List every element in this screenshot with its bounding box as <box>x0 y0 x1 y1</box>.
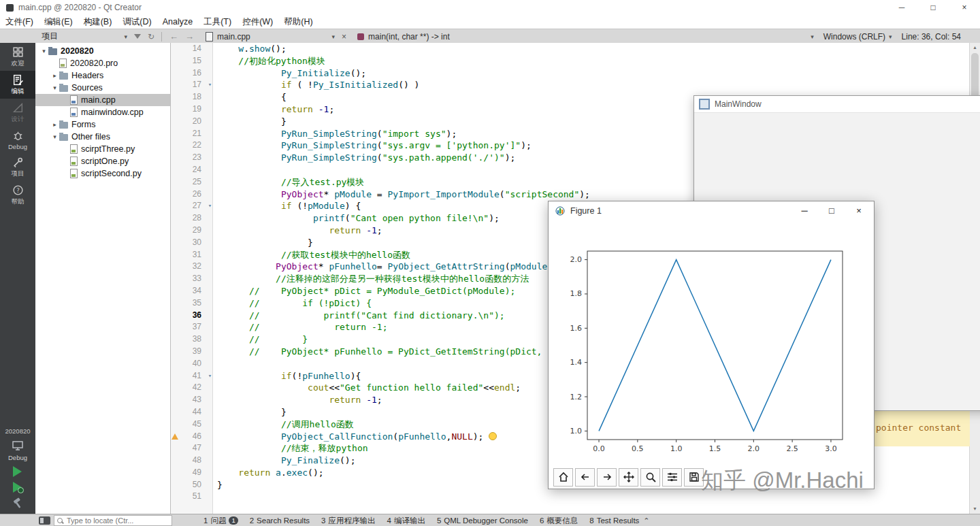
debug-run-button[interactable] <box>13 482 22 493</box>
tree-item-2020820-pro[interactable]: 2020820.pro <box>35 57 170 69</box>
code-line-14[interactable]: 14 w.show(); <box>170 43 980 55</box>
py-file-icon <box>70 169 78 178</box>
locator[interactable] <box>54 515 172 526</box>
code-text: PyObject* pFunhello= PyObject_GetAttrStr… <box>215 261 601 273</box>
chevron-right-icon[interactable]: ▸ <box>50 72 59 79</box>
output-pane-button-4[interactable]: 4编译输出 <box>387 516 425 526</box>
line-marker <box>170 212 180 225</box>
tree-item-scriptone-py[interactable]: scriptOne.py <box>35 155 170 167</box>
figure-title-bar[interactable]: Figure 1 ─ □ × <box>549 201 874 220</box>
edit-icon <box>12 74 24 86</box>
back-icon[interactable] <box>575 468 595 487</box>
line-marker <box>170 467 180 479</box>
maximize-button[interactable]: □ <box>818 201 845 220</box>
minimize-button[interactable]: ─ <box>886 0 917 15</box>
mode-item-debug[interactable]: Debug <box>0 127 35 153</box>
fold-space <box>205 467 215 479</box>
zoom-icon[interactable] <box>640 468 660 487</box>
subplots-icon[interactable] <box>662 468 682 487</box>
tree-item-scriptsecond-py[interactable]: scriptSecond.py <box>35 167 170 180</box>
sidebar-toggle-icon[interactable] <box>39 516 50 525</box>
matplotlib-icon <box>555 206 565 216</box>
menu-item[interactable]: 工具(T) <box>198 16 237 28</box>
filter-icon[interactable] <box>134 34 141 39</box>
mode-sidebar: 欢迎编辑设计Debug项目?帮助 2020820 Debug <box>0 43 35 514</box>
minimize-button[interactable]: ─ <box>791 201 818 220</box>
mode-item-welcome[interactable]: 欢迎 <box>0 43 35 71</box>
maximize-button[interactable]: □ <box>917 0 949 15</box>
scroll-down-icon[interactable]: ▾ <box>970 504 980 514</box>
encoding-selector[interactable]: Windows (CRLF) ▾ <box>823 31 892 42</box>
symbol-selector[interactable]: main(int, char **) -> int <box>357 31 450 42</box>
tree-item-scirptthree-py[interactable]: scirptThree.py <box>35 143 170 155</box>
build-button[interactable] <box>12 497 24 510</box>
code-line-16[interactable]: 16 Py_Initialize(); <box>170 67 980 80</box>
open-file-selector[interactable]: main.cpp ▾ <box>203 31 338 42</box>
mode-item-projects[interactable]: 项目 <box>0 153 35 181</box>
run-button[interactable] <box>13 466 22 477</box>
back-icon[interactable]: ← <box>169 31 178 42</box>
close-file-icon[interactable]: × <box>342 32 346 42</box>
mode-item-help[interactable]: ?帮助 <box>0 181 35 209</box>
locator-input[interactable] <box>65 516 163 525</box>
menu-item[interactable]: 调试(D) <box>117 16 157 28</box>
output-pane-button-5[interactable]: 5QML Debugger Console <box>437 516 528 525</box>
home-icon[interactable] <box>553 468 573 487</box>
chevron-down-icon[interactable]: ▾ <box>50 84 59 91</box>
menu-item[interactable]: 控件(W) <box>237 16 278 28</box>
tree-item-mainwindow-cpp[interactable]: mainwindow.cpp <box>35 106 170 118</box>
kit-selector-button[interactable]: Debug <box>8 440 27 461</box>
line-number: 17 <box>180 79 205 91</box>
close-button[interactable]: × <box>949 0 980 15</box>
fold-space <box>205 212 215 225</box>
tree-item-forms[interactable]: ▸Forms <box>35 118 170 131</box>
figure-window[interactable]: Figure 1 ─ □ × 0.00.51.01.52.02.53.01.01… <box>548 201 875 489</box>
menu-item[interactable]: 帮助(H) <box>278 16 318 28</box>
menu-item[interactable]: 构建(B) <box>78 16 118 28</box>
code-line-15[interactable]: 15 //初始化python模块 <box>170 55 980 67</box>
fold-icon[interactable]: ▾ <box>205 200 215 212</box>
qt-creator-window: main.cpp @ 2020820 - Qt Creator ─ □ × 文件… <box>0 0 980 526</box>
chevron-up-icon[interactable]: ⌃ <box>643 516 649 525</box>
output-pane-button-2[interactable]: 2Search Results <box>250 516 310 525</box>
code-text: PyObject_CallFunction(pFunhello,NULL); <box>215 431 497 443</box>
scroll-up-icon[interactable]: ▴ <box>970 43 980 52</box>
line-marker <box>170 358 180 370</box>
menu-item[interactable]: 编辑(E) <box>39 16 78 28</box>
menu-item[interactable]: Analyze <box>157 17 198 27</box>
fold-icon[interactable]: ▾ <box>205 370 215 382</box>
open-file-name: main.cpp <box>217 32 250 42</box>
output-pane-button-3[interactable]: 3应用程序输出 <box>321 516 375 526</box>
code-line-17[interactable]: 17▾ if ( !Py_IsInitialized() ) <box>170 79 980 91</box>
close-button[interactable]: × <box>845 201 872 220</box>
tree-item-sources[interactable]: ▾Sources <box>35 82 170 94</box>
sync-icon[interactable]: ↻ <box>148 32 154 42</box>
editor-split-menu-icon[interactable]: ▾ <box>811 33 814 40</box>
output-pane-button-1[interactable]: 1问题1 <box>203 516 238 526</box>
chevron-down-icon[interactable]: ▾ <box>39 48 48 54</box>
mode-item-label: Debug <box>8 143 27 150</box>
lightbulb-icon[interactable] <box>489 432 497 440</box>
tree-item-2020820[interactable]: ▾2020820 <box>35 45 170 57</box>
pan-icon[interactable] <box>619 468 638 487</box>
menu-item[interactable]: 文件(F) <box>0 16 39 28</box>
mode-item-design[interactable]: 设计 <box>0 99 35 127</box>
mode-item-edit[interactable]: 编辑 <box>0 71 35 99</box>
forward-icon[interactable] <box>597 468 617 487</box>
tree-item-other-files[interactable]: ▾Other files <box>35 131 170 143</box>
y-tick-label: 1.2 <box>570 393 583 401</box>
code-text: // } <box>215 333 308 346</box>
fold-space <box>205 225 215 237</box>
mode-item-label: 帮助 <box>12 197 24 206</box>
output-pane-button-6[interactable]: 6概要信息 <box>540 516 578 526</box>
mainwindow-title-bar[interactable]: MainWindow <box>694 96 980 113</box>
chevron-right-icon[interactable]: ▸ <box>50 121 59 128</box>
fold-icon[interactable]: ▾ <box>205 79 215 91</box>
tree-item-headers[interactable]: ▸Headers <box>35 69 170 82</box>
forward-icon[interactable]: → <box>185 31 194 42</box>
fold-space <box>205 116 215 128</box>
output-pane-button-8[interactable]: 8Test Results <box>589 516 639 525</box>
chevron-down-icon[interactable]: ▾ <box>50 133 59 140</box>
tree-item-main-cpp[interactable]: main.cpp <box>35 94 170 106</box>
project-pane-selector[interactable]: 项目 ▾ <box>39 31 130 42</box>
